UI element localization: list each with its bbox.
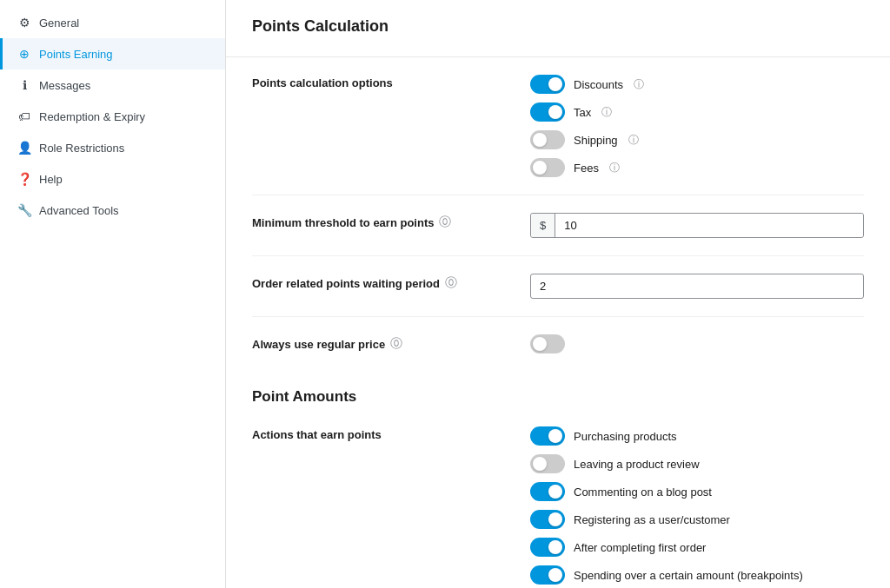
- toggle-label-shipping: Shipping: [574, 134, 618, 147]
- min-threshold-label: Minimum threshold to earn points: [252, 216, 434, 229]
- sidebar: ⚙General⊕Points EarningℹMessages🏷Redempt…: [0, 0, 226, 588]
- regular-price-toggle[interactable]: [530, 334, 565, 353]
- min-threshold-controls: $: [530, 213, 864, 238]
- sidebar-label-help: Help: [39, 173, 63, 186]
- min-threshold-input-group: $: [530, 213, 864, 238]
- toggle-row-discounts: Discounts ⓘ: [530, 75, 864, 94]
- sidebar-label-points-earning: Points Earning: [39, 48, 113, 61]
- toggle-row-review: Leaving a product review: [530, 454, 864, 473]
- help-icon-fees[interactable]: ⓘ: [609, 161, 620, 175]
- sidebar-label-general: General: [39, 17, 79, 30]
- help-icon-shipping[interactable]: ⓘ: [628, 133, 639, 148]
- toggle-blog[interactable]: [530, 482, 565, 501]
- toggle-label-breakpoints: Spending over a certain amount (breakpoi…: [574, 569, 803, 582]
- sidebar-item-general[interactable]: ⚙General: [0, 7, 225, 38]
- sidebar-label-advanced-tools: Advanced Tools: [39, 204, 119, 217]
- sidebar-icon-general: ⚙: [17, 16, 32, 30]
- min-threshold-prefix: $: [531, 214, 555, 237]
- waiting-period-label-col: Order related points waiting period ⓪: [252, 274, 530, 291]
- sidebar-icon-redemption-expiry: 🏷: [17, 109, 32, 123]
- regular-price-label-col: Always use regular price ⓪: [252, 334, 530, 352]
- help-icon-discounts[interactable]: ⓘ: [634, 77, 644, 92]
- sidebar-item-help[interactable]: ❓Help: [0, 163, 225, 195]
- sidebar-item-messages[interactable]: ℹMessages: [0, 69, 225, 101]
- toggle-row-breakpoints: Spending over a certain amount (breakpoi…: [530, 565, 864, 585]
- regular-price-row: Always use regular price ⓪: [252, 317, 864, 371]
- toggle-purchasing[interactable]: [530, 426, 565, 446]
- sidebar-item-redemption-expiry[interactable]: 🏷Redemption & Expiry: [0, 101, 225, 132]
- regular-price-controls: [530, 334, 864, 353]
- waiting-period-help-icon[interactable]: ⓪: [445, 275, 457, 291]
- waiting-period-label: Order related points waiting period: [252, 277, 440, 290]
- actions-earn-label-col: Actions that earn points: [252, 426, 530, 441]
- waiting-period-controls: [530, 274, 864, 299]
- sidebar-label-redemption-expiry: Redemption & Expiry: [39, 110, 145, 123]
- toggle-discounts[interactable]: [530, 75, 565, 94]
- toggle-registering[interactable]: [530, 510, 565, 529]
- sidebar-icon-advanced-tools: 🔧: [17, 203, 32, 217]
- sidebar-item-points-earning[interactable]: ⊕Points Earning: [0, 38, 225, 69]
- min-threshold-row: Minimum threshold to earn points ⓪ $: [252, 195, 864, 256]
- sidebar-label-role-restrictions: Role Restrictions: [39, 142, 124, 155]
- section-title: Points Calculation: [252, 17, 864, 36]
- min-threshold-input[interactable]: [555, 214, 863, 237]
- toggle-breakpoints[interactable]: [530, 565, 565, 585]
- toggle-label-review: Leaving a product review: [574, 458, 700, 471]
- waiting-period-input[interactable]: [530, 274, 864, 299]
- regular-price-label: Always use regular price: [252, 338, 385, 351]
- min-threshold-help-icon[interactable]: ⓪: [439, 215, 451, 230]
- help-icon-tax[interactable]: ⓘ: [601, 105, 612, 120]
- toggle-row-shipping: Shipping ⓘ: [530, 130, 864, 149]
- sidebar-icon-help: ❓: [17, 172, 32, 186]
- toggle-label-blog: Commenting on a blog post: [574, 486, 712, 499]
- actions-earn-label: Actions that earn points: [252, 428, 382, 441]
- calc-options-controls: Discounts ⓘ Tax ⓘ Shipping ⓘ Fees ⓘ: [530, 75, 864, 177]
- sidebar-icon-role-restrictions: 👤: [17, 141, 32, 155]
- sidebar-item-advanced-tools[interactable]: 🔧Advanced Tools: [0, 195, 225, 226]
- toggle-row-registering: Registering as a user/customer: [530, 510, 864, 529]
- toggle-row-blog: Commenting on a blog post: [530, 482, 864, 501]
- calc-options-label-col: Points calculation options: [252, 75, 530, 89]
- toggle-row-first-order: After completing first order: [530, 538, 864, 557]
- toggle-tax[interactable]: [530, 102, 565, 122]
- point-amounts-title: Point Amounts: [226, 371, 890, 409]
- toggle-row-fees: Fees ⓘ: [530, 158, 864, 177]
- toggle-label-first-order: After completing first order: [574, 541, 706, 554]
- toggle-label-discounts: Discounts: [574, 78, 623, 91]
- toggle-label-purchasing: Purchasing products: [574, 430, 677, 443]
- min-threshold-label-col: Minimum threshold to earn points ⓪: [252, 213, 530, 230]
- toggle-label-fees: Fees: [574, 162, 599, 175]
- toggle-row-purchasing: Purchasing products: [530, 426, 864, 446]
- sidebar-icon-points-earning: ⊕: [17, 47, 32, 61]
- sidebar-label-messages: Messages: [39, 79, 90, 92]
- sidebar-item-role-restrictions[interactable]: 👤Role Restrictions: [0, 132, 225, 163]
- toggle-shipping[interactable]: [530, 130, 565, 149]
- toggle-label-tax: Tax: [574, 106, 591, 119]
- main-content: Points Calculation Points calculation op…: [226, 0, 890, 588]
- toggle-first-order[interactable]: [530, 538, 565, 557]
- toggle-row-tax: Tax ⓘ: [530, 102, 864, 122]
- points-calculation-section: Points Calculation: [226, 0, 890, 57]
- toggle-review[interactable]: [530, 454, 565, 473]
- actions-earn-controls: Purchasing products Leaving a product re…: [530, 426, 864, 588]
- regular-price-help-icon[interactable]: ⓪: [390, 336, 402, 352]
- actions-earn-row: Actions that earn points Purchasing prod…: [252, 409, 864, 588]
- calc-options-label: Points calculation options: [252, 76, 393, 89]
- sidebar-icon-messages: ℹ: [17, 78, 32, 92]
- toggle-label-registering: Registering as a user/customer: [574, 513, 730, 526]
- calc-options-row: Points calculation options Discounts ⓘ T…: [252, 57, 864, 195]
- waiting-period-row: Order related points waiting period ⓪: [252, 256, 864, 317]
- toggle-fees[interactable]: [530, 158, 565, 177]
